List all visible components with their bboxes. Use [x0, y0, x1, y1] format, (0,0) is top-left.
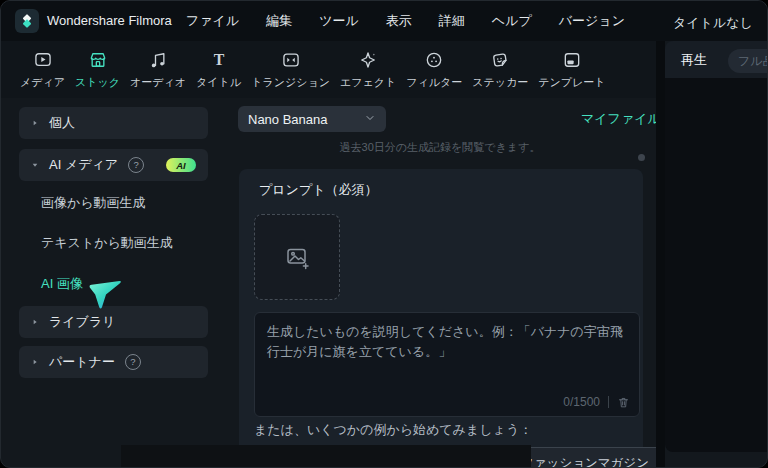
tab-filters[interactable]: フィルター: [401, 49, 467, 90]
sidebar-label: 個人: [49, 114, 75, 132]
sidebar-item-image-to-video[interactable]: 画像から動画生成: [41, 194, 146, 212]
sidebar-item-personal[interactable]: 個人: [19, 107, 208, 139]
bottom-overlay: [121, 445, 531, 468]
model-select-dropdown[interactable]: Nano Banana: [238, 106, 386, 132]
tab-label: トランジション: [251, 75, 330, 90]
tab-label: オーディオ: [130, 75, 186, 90]
help-question-icon[interactable]: ?: [125, 354, 141, 370]
trash-icon[interactable]: [617, 396, 630, 409]
model-selected-value: Nano Banana: [248, 112, 364, 127]
sidebar-label: パートナー: [49, 353, 115, 371]
svg-text:T: T: [213, 51, 224, 68]
my-files-link[interactable]: マイファイル: [581, 110, 661, 128]
menu-tools[interactable]: ツール: [319, 12, 359, 30]
sidebar-label: ライブラリ: [49, 313, 116, 331]
music-note-icon: [148, 49, 168, 71]
tab-audio[interactable]: オーディオ: [125, 49, 191, 90]
effects-star-icon: [358, 49, 378, 71]
filter-lens-icon: [424, 49, 444, 71]
prompt-textarea-wrap: 0/1500: [254, 312, 640, 417]
sticker-face-icon: [490, 49, 510, 71]
tab-media[interactable]: メディア: [15, 49, 70, 90]
sidebar-item-ai-image[interactable]: AI 画像: [41, 275, 83, 293]
media-icon: [33, 49, 53, 71]
transition-icon: [281, 49, 301, 71]
char-counter: 0/1500: [563, 395, 630, 409]
text-title-icon: T: [209, 49, 229, 71]
sidebar-item-ai-media[interactable]: AI メディア ? AI: [19, 149, 208, 181]
filmora-window: Wondershare Filmora ファイル 編集 ツール 表示 詳細 ヘル…: [0, 0, 768, 468]
history-note: 過去30日分の生成記録を閲覧できます。: [238, 140, 642, 155]
menubar: Wondershare Filmora ファイル 編集 ツール 表示 詳細 ヘル…: [1, 1, 768, 41]
sidebar-label: AI メディア: [49, 156, 118, 174]
project-title: タイトルなし: [673, 14, 753, 32]
scrollbar-thumb[interactable]: [638, 154, 645, 161]
app-brand: Wondershare Filmora: [47, 13, 172, 28]
panel-divider: [656, 41, 665, 468]
chevron-down-icon: [31, 161, 39, 169]
menu-help[interactable]: ヘルプ: [492, 12, 532, 30]
tab-templates[interactable]: テンプレート: [533, 49, 610, 90]
tab-label: メディア: [20, 75, 65, 90]
quality-dropdown[interactable]: フル品質: [728, 49, 768, 73]
play-tab[interactable]: 再生: [681, 51, 707, 69]
filmora-logo-icon: [15, 9, 39, 33]
tab-label: タイトル: [196, 75, 241, 90]
menu-details[interactable]: 詳細: [439, 12, 465, 30]
sidebar-item-library[interactable]: ライブラリ: [19, 306, 208, 338]
quality-value: フル品質: [738, 53, 768, 70]
sidebar-item-text-to-video[interactable]: テキストから動画生成: [41, 234, 173, 252]
counter-divider: [608, 396, 609, 408]
menu-items: ファイル 編集 ツール 表示 詳細 ヘルプ バージョン: [186, 1, 625, 41]
sidebar-item-partner[interactable]: パートナー ?: [19, 346, 208, 378]
chevron-right-icon: [31, 318, 39, 326]
tab-label: エフェクト: [340, 75, 396, 90]
tab-label: ステッカー: [472, 75, 528, 90]
tab-title[interactable]: T タイトル: [191, 49, 246, 90]
tab-label: テンプレート: [538, 75, 605, 90]
menu-view[interactable]: 表示: [386, 12, 412, 30]
ai-badge: AI: [166, 158, 196, 172]
template-layout-icon: [562, 49, 582, 71]
image-upload-dropzone[interactable]: [254, 214, 340, 300]
tab-stickers[interactable]: ステッカー: [467, 49, 533, 90]
tab-stock[interactable]: ストック: [70, 49, 125, 90]
add-image-icon: [283, 243, 311, 271]
char-count: 0/1500: [563, 395, 600, 409]
tab-effects[interactable]: エフェクト: [335, 49, 401, 90]
menu-edit[interactable]: 編集: [266, 12, 292, 30]
chevron-right-icon: [31, 358, 39, 366]
chevron-right-icon: [31, 119, 39, 127]
examples-label: または、いくつかの例から始めてみましょう：: [254, 421, 532, 439]
stock-icon: [88, 49, 108, 71]
menu-version[interactable]: バージョン: [559, 12, 625, 30]
help-question-icon[interactable]: ?: [128, 157, 144, 173]
tab-label: フィルター: [406, 75, 462, 90]
menu-file[interactable]: ファイル: [186, 12, 239, 30]
library-tabbar: メディア ストック オーディオ T タイトル トランジション: [1, 41, 656, 98]
tab-transition[interactable]: トランジション: [246, 49, 335, 90]
preview-area: [665, 78, 768, 452]
chevron-down-icon: [364, 110, 376, 128]
prompt-title: プロンプト（必須）: [259, 181, 378, 199]
tab-label: ストック: [75, 75, 120, 90]
